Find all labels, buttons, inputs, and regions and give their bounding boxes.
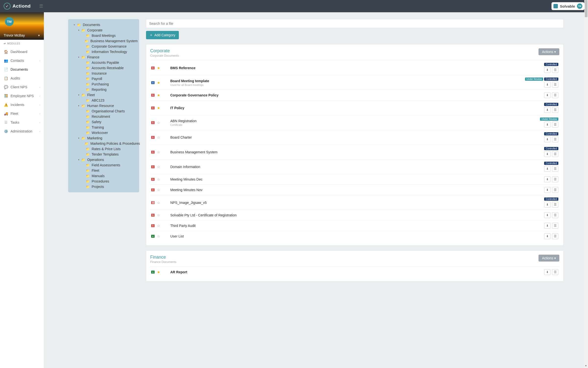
file-name[interactable]: IT Policy [170, 106, 542, 110]
download-button[interactable]: ⬇ [544, 166, 551, 172]
tree-node[interactable]: ▾ 📁 Finance [68, 54, 139, 60]
tree-node[interactable]: ▾ 📁 Documents [68, 22, 139, 27]
file-name[interactable]: Domain Information [170, 165, 542, 169]
tree-node[interactable]: ▾ 📁 Manuals [68, 173, 139, 179]
details-button[interactable]: ☰ [552, 122, 558, 128]
menu-toggle-button[interactable]: ☰ [39, 3, 43, 9]
download-button[interactable]: ⬇ [544, 67, 551, 73]
details-button[interactable]: ☰ [552, 223, 558, 229]
sidebar-item-fleet[interactable]: 🚚 Fleet › [0, 109, 44, 118]
tree-node[interactable]: ▾ 📁 Corporate Governance [68, 44, 139, 49]
download-button[interactable]: ⬇ [544, 202, 551, 208]
download-button[interactable]: ⬇ [544, 187, 551, 193]
details-button[interactable]: ☰ [552, 92, 558, 98]
sidebar-item-tasks[interactable]: ☰ Tasks › [0, 118, 44, 127]
tree-node[interactable]: ▾ 📁 Projects [68, 184, 139, 189]
profile-panel[interactable]: TM Trevor McBay ▼ [0, 12, 44, 40]
details-button[interactable]: ☰ [552, 82, 558, 88]
add-category-button[interactable]: ＋ Add Category [146, 31, 179, 39]
tree-node[interactable]: ▾ 📁 Marketing Policies & Procedures [68, 141, 139, 146]
file-name[interactable]: ABN Registration [170, 119, 538, 123]
sidebar-item-incidents[interactable]: ⚠️ Incidents › [0, 100, 44, 109]
details-button[interactable]: ☰ [552, 136, 558, 142]
tree-node[interactable]: ▾ 📁 Reporting [68, 87, 139, 92]
solvable-pill[interactable]: Solvable TM [551, 2, 584, 10]
download-button[interactable]: ⬇ [544, 212, 551, 218]
file-name[interactable]: Third Party Audit [170, 224, 542, 228]
star-icon[interactable]: ☆ [157, 150, 160, 154]
star-icon[interactable]: ☆ [157, 213, 160, 217]
tree-node[interactable]: ▾ 📁 Accounts Payable [68, 60, 139, 65]
tree-node[interactable]: ▾ 📁 Accounts Receivable [68, 65, 139, 71]
file-name[interactable]: BMS Reference [170, 66, 542, 70]
file-name[interactable]: Meeting Minutes Dec [170, 177, 542, 181]
file-name[interactable]: Board Charter [170, 135, 542, 139]
details-button[interactable]: ☰ [552, 269, 558, 275]
tree-node[interactable]: ▾ 📁 Operations [68, 157, 139, 162]
download-button[interactable]: ⬇ [544, 269, 551, 275]
tree-node[interactable]: ▾ 📁 Corporate [68, 27, 139, 33]
details-button[interactable]: ☰ [552, 176, 558, 182]
sidebar-item-employee-nps[interactable]: 🧑‍🤝‍🧑 Employee NPS › [0, 92, 44, 100]
file-name[interactable]: User List [170, 234, 542, 238]
download-button[interactable]: ⬇ [544, 122, 551, 128]
tree-node[interactable]: ▾ 📁 ABC123 [68, 98, 139, 103]
tree-node[interactable]: ▾ 📁 Rates & Price Lists [68, 146, 139, 152]
tree-node[interactable]: ▾ 📁 Purchasing [68, 81, 139, 87]
star-icon[interactable]: ★ [157, 93, 160, 97]
tree-node[interactable]: ▾ 📁 Safety [68, 119, 139, 125]
star-icon[interactable]: ☆ [157, 224, 160, 228]
file-name[interactable]: Business Management System [170, 150, 542, 154]
tree-node[interactable]: ▾ 📁 Recruitment [68, 114, 139, 119]
scrollbar-thumb[interactable] [585, 0, 588, 17]
download-button[interactable]: ⬇ [544, 176, 551, 182]
file-name[interactable]: Board Meeting template [170, 79, 523, 83]
star-icon[interactable]: ☆ [157, 121, 160, 125]
tree-node[interactable]: ▾ 📁 Training [68, 125, 139, 130]
brand-logo[interactable]: ✓ Actiond [4, 3, 31, 10]
sidebar-item-contacts[interactable]: 👥 Contacts › [0, 56, 44, 65]
sidebar-item-dashboard[interactable]: 🏠 Dashboard [0, 47, 44, 56]
scrollbar[interactable]: ▼ [584, 0, 588, 368]
tree-node[interactable]: ▾ 📁 Information Technology [68, 49, 139, 54]
file-name[interactable]: Corporate Governance Policy [170, 93, 542, 97]
download-button[interactable]: ⬇ [544, 82, 551, 88]
star-icon[interactable]: ★ [157, 270, 160, 274]
star-icon[interactable]: ☆ [157, 234, 160, 238]
sidebar-item-client-nps[interactable]: 💬 Client NPS › [0, 83, 44, 92]
star-icon[interactable]: ☆ [157, 177, 160, 181]
tree-node[interactable]: ▾ 📁 Fleet [68, 168, 139, 173]
file-name[interactable]: Solvable Pty Ltd - Certificate of Regist… [170, 213, 542, 217]
star-icon[interactable]: ☆ [157, 188, 160, 192]
tree-node[interactable]: ▾ 📁 Tender Templates [68, 152, 139, 157]
tree-node[interactable]: ▾ 📁 Insurance [68, 71, 139, 76]
tree-node[interactable]: ▾ 📁 Fleet [68, 92, 139, 98]
details-button[interactable]: ☰ [552, 212, 558, 218]
tree-node[interactable]: ▾ 📁 Business Management System [68, 38, 139, 44]
tree-node[interactable]: ▾ 📁 Workcover [68, 130, 139, 135]
star-icon[interactable]: ★ [157, 106, 160, 110]
tree-node[interactable]: ▾ 📁 Payroll [68, 76, 139, 81]
details-button[interactable]: ☰ [552, 233, 558, 239]
actions-button[interactable]: Actions ▾ [539, 48, 559, 55]
download-button[interactable]: ⬇ [544, 107, 551, 113]
details-button[interactable]: ☰ [552, 202, 558, 208]
details-button[interactable]: ☰ [552, 67, 558, 73]
details-button[interactable]: ☰ [552, 187, 558, 193]
tree-node[interactable]: ▾ 📁 Board Meetings [68, 33, 139, 38]
file-name[interactable]: Meeting Minutes Nov [170, 188, 542, 192]
star-icon[interactable]: ☆ [157, 165, 160, 169]
download-button[interactable]: ⬇ [544, 223, 551, 229]
download-button[interactable]: ⬇ [544, 151, 551, 157]
star-icon[interactable]: ☆ [157, 201, 160, 205]
tree-node[interactable]: ▾ 📁 Field Assessments [68, 162, 139, 168]
file-name[interactable]: AR Report [170, 270, 542, 274]
search-input[interactable] [146, 19, 564, 28]
star-icon[interactable]: ☆ [157, 135, 160, 139]
star-icon[interactable]: ★ [157, 81, 160, 85]
details-button[interactable]: ☰ [552, 107, 558, 113]
details-button[interactable]: ☰ [552, 151, 558, 157]
download-button[interactable]: ⬇ [544, 92, 551, 98]
file-name[interactable]: NPS_Image_Jigsaw_v5 [170, 201, 542, 205]
details-button[interactable]: ☰ [552, 166, 558, 172]
